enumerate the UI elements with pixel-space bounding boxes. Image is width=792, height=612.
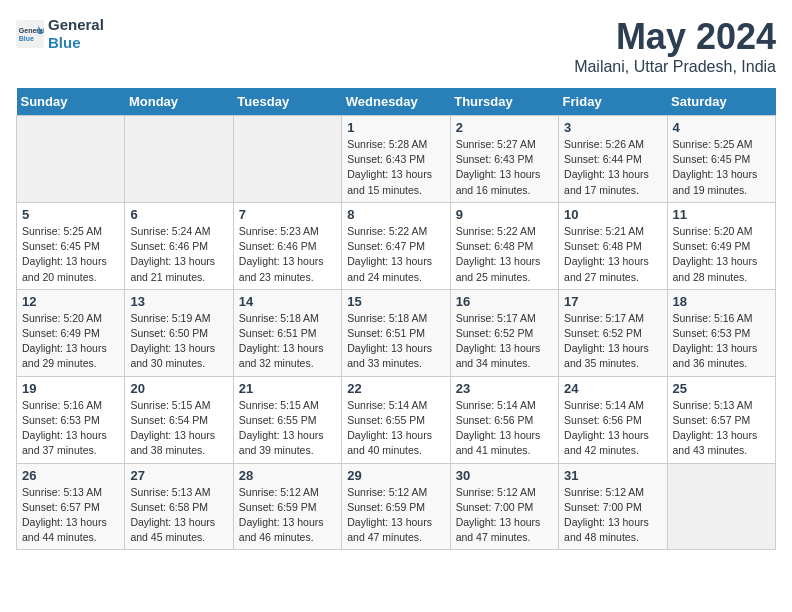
table-cell: 24Sunrise: 5:14 AMSunset: 6:56 PMDayligh… bbox=[559, 376, 667, 463]
logo-line2: Blue bbox=[48, 34, 104, 52]
col-saturday: Saturday bbox=[667, 88, 775, 116]
table-cell: 5Sunrise: 5:25 AMSunset: 6:45 PMDaylight… bbox=[17, 202, 125, 289]
logo-icon: General Blue bbox=[16, 20, 44, 48]
logo: General Blue General Blue bbox=[16, 16, 104, 52]
day-info: Sunrise: 5:15 AMSunset: 6:54 PMDaylight:… bbox=[130, 398, 227, 459]
day-info: Sunrise: 5:14 AMSunset: 6:55 PMDaylight:… bbox=[347, 398, 444, 459]
day-number: 9 bbox=[456, 207, 553, 222]
table-cell: 31Sunrise: 5:12 AMSunset: 7:00 PMDayligh… bbox=[559, 463, 667, 550]
calendar-week-row: 19Sunrise: 5:16 AMSunset: 6:53 PMDayligh… bbox=[17, 376, 776, 463]
table-cell: 27Sunrise: 5:13 AMSunset: 6:58 PMDayligh… bbox=[125, 463, 233, 550]
table-cell: 12Sunrise: 5:20 AMSunset: 6:49 PMDayligh… bbox=[17, 289, 125, 376]
day-info: Sunrise: 5:19 AMSunset: 6:50 PMDaylight:… bbox=[130, 311, 227, 372]
day-info: Sunrise: 5:12 AMSunset: 6:59 PMDaylight:… bbox=[239, 485, 336, 546]
day-number: 5 bbox=[22, 207, 119, 222]
day-info: Sunrise: 5:13 AMSunset: 6:57 PMDaylight:… bbox=[22, 485, 119, 546]
day-number: 31 bbox=[564, 468, 661, 483]
calendar-week-row: 1Sunrise: 5:28 AMSunset: 6:43 PMDaylight… bbox=[17, 116, 776, 203]
day-number: 26 bbox=[22, 468, 119, 483]
table-cell: 17Sunrise: 5:17 AMSunset: 6:52 PMDayligh… bbox=[559, 289, 667, 376]
table-cell: 1Sunrise: 5:28 AMSunset: 6:43 PMDaylight… bbox=[342, 116, 450, 203]
table-cell: 13Sunrise: 5:19 AMSunset: 6:50 PMDayligh… bbox=[125, 289, 233, 376]
day-number: 13 bbox=[130, 294, 227, 309]
day-info: Sunrise: 5:18 AMSunset: 6:51 PMDaylight:… bbox=[239, 311, 336, 372]
table-cell: 3Sunrise: 5:26 AMSunset: 6:44 PMDaylight… bbox=[559, 116, 667, 203]
calendar-week-row: 26Sunrise: 5:13 AMSunset: 6:57 PMDayligh… bbox=[17, 463, 776, 550]
table-cell: 18Sunrise: 5:16 AMSunset: 6:53 PMDayligh… bbox=[667, 289, 775, 376]
table-cell: 7Sunrise: 5:23 AMSunset: 6:46 PMDaylight… bbox=[233, 202, 341, 289]
day-number: 18 bbox=[673, 294, 770, 309]
day-number: 11 bbox=[673, 207, 770, 222]
table-cell: 8Sunrise: 5:22 AMSunset: 6:47 PMDaylight… bbox=[342, 202, 450, 289]
day-number: 28 bbox=[239, 468, 336, 483]
day-number: 24 bbox=[564, 381, 661, 396]
day-info: Sunrise: 5:13 AMSunset: 6:57 PMDaylight:… bbox=[673, 398, 770, 459]
day-info: Sunrise: 5:28 AMSunset: 6:43 PMDaylight:… bbox=[347, 137, 444, 198]
table-cell: 2Sunrise: 5:27 AMSunset: 6:43 PMDaylight… bbox=[450, 116, 558, 203]
day-number: 20 bbox=[130, 381, 227, 396]
day-info: Sunrise: 5:22 AMSunset: 6:48 PMDaylight:… bbox=[456, 224, 553, 285]
day-info: Sunrise: 5:20 AMSunset: 6:49 PMDaylight:… bbox=[22, 311, 119, 372]
table-cell: 25Sunrise: 5:13 AMSunset: 6:57 PMDayligh… bbox=[667, 376, 775, 463]
col-friday: Friday bbox=[559, 88, 667, 116]
col-sunday: Sunday bbox=[17, 88, 125, 116]
calendar-week-row: 5Sunrise: 5:25 AMSunset: 6:45 PMDaylight… bbox=[17, 202, 776, 289]
day-info: Sunrise: 5:16 AMSunset: 6:53 PMDaylight:… bbox=[22, 398, 119, 459]
day-info: Sunrise: 5:20 AMSunset: 6:49 PMDaylight:… bbox=[673, 224, 770, 285]
day-info: Sunrise: 5:12 AMSunset: 7:00 PMDaylight:… bbox=[456, 485, 553, 546]
day-info: Sunrise: 5:18 AMSunset: 6:51 PMDaylight:… bbox=[347, 311, 444, 372]
table-cell: 22Sunrise: 5:14 AMSunset: 6:55 PMDayligh… bbox=[342, 376, 450, 463]
svg-text:Blue: Blue bbox=[19, 35, 34, 42]
day-info: Sunrise: 5:27 AMSunset: 6:43 PMDaylight:… bbox=[456, 137, 553, 198]
table-cell: 29Sunrise: 5:12 AMSunset: 6:59 PMDayligh… bbox=[342, 463, 450, 550]
day-number: 15 bbox=[347, 294, 444, 309]
day-info: Sunrise: 5:12 AMSunset: 6:59 PMDaylight:… bbox=[347, 485, 444, 546]
day-number: 2 bbox=[456, 120, 553, 135]
table-cell bbox=[125, 116, 233, 203]
day-info: Sunrise: 5:12 AMSunset: 7:00 PMDaylight:… bbox=[564, 485, 661, 546]
day-info: Sunrise: 5:13 AMSunset: 6:58 PMDaylight:… bbox=[130, 485, 227, 546]
day-info: Sunrise: 5:15 AMSunset: 6:55 PMDaylight:… bbox=[239, 398, 336, 459]
table-cell: 23Sunrise: 5:14 AMSunset: 6:56 PMDayligh… bbox=[450, 376, 558, 463]
day-info: Sunrise: 5:21 AMSunset: 6:48 PMDaylight:… bbox=[564, 224, 661, 285]
day-info: Sunrise: 5:16 AMSunset: 6:53 PMDaylight:… bbox=[673, 311, 770, 372]
day-number: 30 bbox=[456, 468, 553, 483]
calendar-header-row: Sunday Monday Tuesday Wednesday Thursday… bbox=[17, 88, 776, 116]
table-cell: 16Sunrise: 5:17 AMSunset: 6:52 PMDayligh… bbox=[450, 289, 558, 376]
day-number: 19 bbox=[22, 381, 119, 396]
day-info: Sunrise: 5:14 AMSunset: 6:56 PMDaylight:… bbox=[456, 398, 553, 459]
day-info: Sunrise: 5:17 AMSunset: 6:52 PMDaylight:… bbox=[456, 311, 553, 372]
day-number: 27 bbox=[130, 468, 227, 483]
day-number: 16 bbox=[456, 294, 553, 309]
day-number: 4 bbox=[673, 120, 770, 135]
table-cell: 30Sunrise: 5:12 AMSunset: 7:00 PMDayligh… bbox=[450, 463, 558, 550]
day-info: Sunrise: 5:14 AMSunset: 6:56 PMDaylight:… bbox=[564, 398, 661, 459]
table-cell: 28Sunrise: 5:12 AMSunset: 6:59 PMDayligh… bbox=[233, 463, 341, 550]
table-cell: 14Sunrise: 5:18 AMSunset: 6:51 PMDayligh… bbox=[233, 289, 341, 376]
table-cell bbox=[233, 116, 341, 203]
day-number: 25 bbox=[673, 381, 770, 396]
day-info: Sunrise: 5:23 AMSunset: 6:46 PMDaylight:… bbox=[239, 224, 336, 285]
day-number: 12 bbox=[22, 294, 119, 309]
day-number: 1 bbox=[347, 120, 444, 135]
day-number: 14 bbox=[239, 294, 336, 309]
page-header: General Blue General Blue May 2024 Maila… bbox=[16, 16, 776, 76]
calendar-week-row: 12Sunrise: 5:20 AMSunset: 6:49 PMDayligh… bbox=[17, 289, 776, 376]
month-title: May 2024 bbox=[574, 16, 776, 58]
day-number: 8 bbox=[347, 207, 444, 222]
day-number: 7 bbox=[239, 207, 336, 222]
logo-line1: General bbox=[48, 16, 104, 34]
day-number: 22 bbox=[347, 381, 444, 396]
day-number: 23 bbox=[456, 381, 553, 396]
day-info: Sunrise: 5:25 AMSunset: 6:45 PMDaylight:… bbox=[673, 137, 770, 198]
day-number: 21 bbox=[239, 381, 336, 396]
col-wednesday: Wednesday bbox=[342, 88, 450, 116]
col-monday: Monday bbox=[125, 88, 233, 116]
day-number: 29 bbox=[347, 468, 444, 483]
table-cell bbox=[667, 463, 775, 550]
day-number: 17 bbox=[564, 294, 661, 309]
table-cell: 15Sunrise: 5:18 AMSunset: 6:51 PMDayligh… bbox=[342, 289, 450, 376]
table-cell: 6Sunrise: 5:24 AMSunset: 6:46 PMDaylight… bbox=[125, 202, 233, 289]
calendar-table: Sunday Monday Tuesday Wednesday Thursday… bbox=[16, 88, 776, 550]
day-number: 10 bbox=[564, 207, 661, 222]
